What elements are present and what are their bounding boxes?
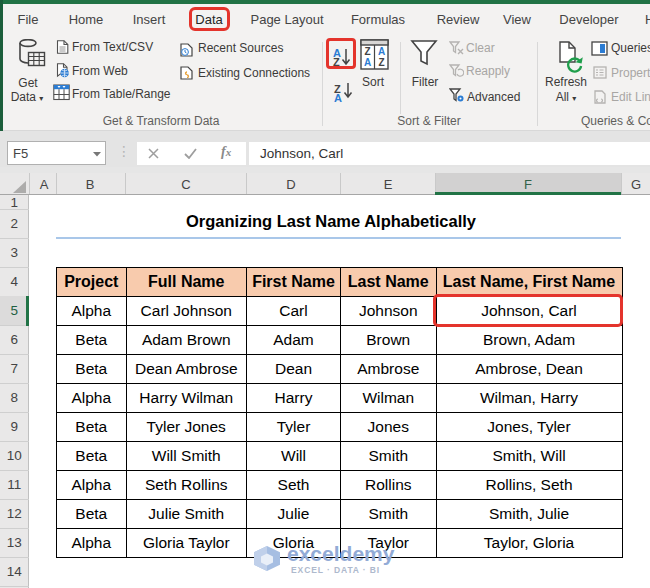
svg-text:A: A [364,57,371,68]
svg-text:A: A [378,46,385,57]
svg-text:Z: Z [378,57,384,68]
svg-text:Z: Z [364,46,370,57]
